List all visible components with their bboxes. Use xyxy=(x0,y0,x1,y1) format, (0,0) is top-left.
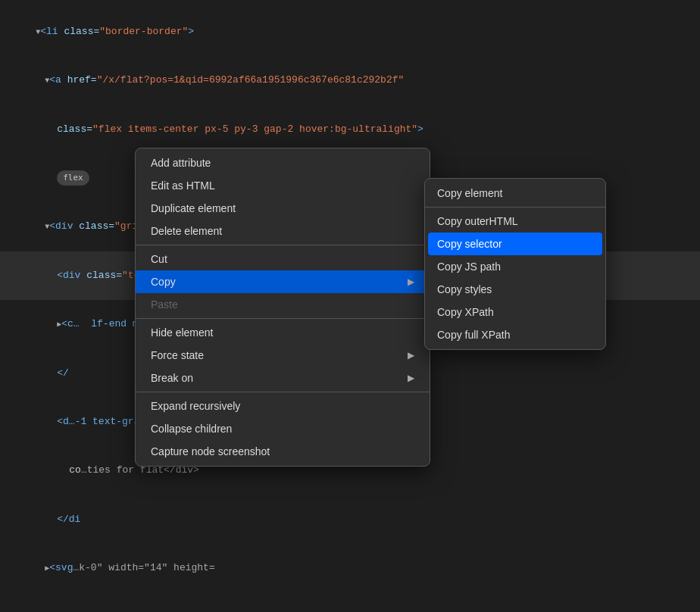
menu-item-collapse-children[interactable]: Collapse children xyxy=(136,417,430,440)
submenu-arrow-icon: ▶ xyxy=(408,276,414,287)
code-line: ▼<li class="border-border"> xyxy=(0,8,700,56)
submenu-item-copy-outerhtml[interactable]: Copy outerHTML xyxy=(425,210,605,233)
submenu-item-copy-element[interactable]: Copy element xyxy=(425,182,605,205)
code-line: </di xyxy=(0,495,700,544)
code-line: ▼<a href="/x/flat?pos=1&qid=6992af66a195… xyxy=(0,56,700,105)
context-menu: Add attribute Edit as HTML Duplicate ele… xyxy=(135,148,430,467)
menu-item-duplicate-element[interactable]: Duplicate element xyxy=(136,197,430,220)
menu-separator xyxy=(136,245,430,245)
menu-item-delete-element[interactable]: Delete element xyxy=(136,220,430,242)
submenu-item-copy-full-xpath[interactable]: Copy full XPath xyxy=(425,323,605,346)
submenu-item-copy-js-path[interactable]: Copy JS path xyxy=(425,255,605,278)
menu-item-force-state[interactable]: Force state ▶ xyxy=(136,344,430,367)
code-line: "14"… xmlns="http://www.w3.or xyxy=(0,593,700,612)
menu-item-add-attribute[interactable]: Add attribute xyxy=(136,151,430,174)
menu-item-hide-element[interactable]: Hide element xyxy=(136,321,430,344)
code-line: class="flex items-center px-5 py-3 gap-2… xyxy=(0,105,700,154)
copy-submenu: Copy element Copy outerHTML Copy selecto… xyxy=(424,178,606,350)
flex-badge: flex xyxy=(57,170,89,186)
menu-item-expand-recursively[interactable]: Expand recursively xyxy=(136,395,430,417)
submenu-arrow-icon: ▶ xyxy=(408,350,414,361)
menu-item-copy[interactable]: Copy ▶ xyxy=(136,270,430,293)
submenu-arrow-icon: ▶ xyxy=(408,373,414,383)
menu-item-cut[interactable]: Cut xyxy=(136,248,430,270)
menu-separator xyxy=(136,392,430,392)
submenu-separator xyxy=(425,207,605,208)
menu-item-break-on[interactable]: Break on ▶ xyxy=(136,367,430,389)
submenu-item-copy-xpath[interactable]: Copy XPath xyxy=(425,301,605,323)
menu-item-edit-as-html[interactable]: Edit as HTML xyxy=(136,174,430,197)
submenu-item-copy-styles[interactable]: Copy styles xyxy=(425,278,605,301)
menu-separator xyxy=(136,318,430,319)
menu-item-paste: Paste xyxy=(136,293,430,316)
code-line: ▶<svg…k-0" width="14" height= xyxy=(0,544,700,592)
menu-item-capture-node-screenshot[interactable]: Capture node screenshot xyxy=(136,440,430,463)
submenu-item-copy-selector[interactable]: Copy selector xyxy=(428,233,602,255)
